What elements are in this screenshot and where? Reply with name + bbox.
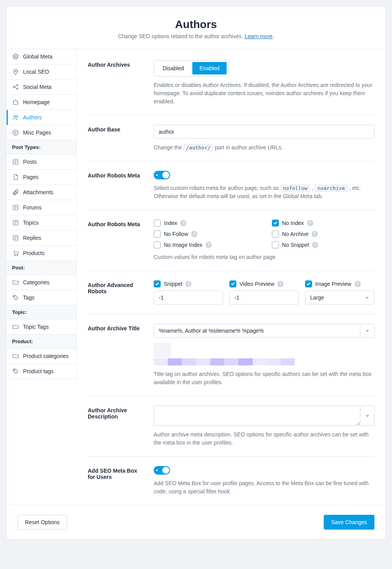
no-archive-checkbox[interactable]: [272, 230, 279, 238]
sidebar-heading: Post:: [7, 261, 76, 275]
sidebar-item-products[interactable]: Products: [7, 246, 76, 261]
svg-point-5: [14, 115, 16, 117]
robots-checks-desc: Custom values for robots meta tag on aut…: [154, 253, 374, 261]
help-icon[interactable]: ?: [185, 281, 192, 287]
sidebar-item-label: Categories: [23, 279, 50, 285]
archive-title-input[interactable]: [154, 324, 360, 338]
tag-icon: [12, 368, 19, 375]
folder-icon: [12, 353, 19, 360]
sidebar-item-authors[interactable]: Authors: [7, 110, 76, 125]
sidebar-item-pages[interactable]: Pages: [7, 170, 76, 185]
adv-robots-label: Author Advanced Robots: [88, 280, 144, 305]
sidebar-heading: Product:: [7, 335, 76, 349]
post-icon: [12, 219, 19, 226]
snippet-input[interactable]: [154, 291, 223, 305]
svg-point-1: [15, 71, 16, 72]
archives-enabled-button[interactable]: Enabled: [192, 62, 226, 74]
users-icon: [12, 114, 19, 121]
sidebar-item-local-seo[interactable]: Local SEO: [7, 64, 76, 80]
sidebar-item-tags[interactable]: Tags: [7, 290, 76, 305]
folder-icon: [12, 279, 19, 286]
no-image-index-checkbox[interactable]: [154, 241, 161, 248]
archives-disabled-button[interactable]: Disabled: [156, 62, 191, 74]
learn-more-link[interactable]: Learn more: [245, 33, 273, 39]
help-icon[interactable]: ?: [191, 231, 197, 237]
archive-desc-label: Author Archive Description: [88, 406, 144, 447]
archive-desc-input[interactable]: [154, 406, 360, 426]
svg-point-12: [14, 255, 15, 256]
page-subtitle: Change SEO options related to the author…: [118, 33, 245, 39]
sidebar-item-label: Tags: [23, 294, 35, 301]
sidebar-item-label: Homepage: [23, 99, 50, 105]
sidebar-item-product-categories[interactable]: Product categories: [7, 349, 76, 364]
sidebar-item-label: Topics: [23, 220, 39, 226]
sidebar-item-label: Topic Tags: [23, 324, 49, 330]
help-icon[interactable]: ?: [180, 220, 186, 226]
sidebar-item-topics[interactable]: Topics: [7, 215, 76, 230]
sidebar-item-global-meta[interactable]: Global Meta: [7, 49, 76, 64]
sidebar-item-label: Social Meta: [23, 84, 51, 90]
no-index-checkbox[interactable]: [272, 220, 279, 227]
archive-desc-dropdown[interactable]: [360, 406, 374, 426]
sidebar-item-homepage[interactable]: Homepage: [7, 95, 76, 110]
robots-checks-label: Author Robots Meta: [88, 220, 144, 261]
page-title: Authors: [16, 18, 376, 31]
sidebar-item-forums[interactable]: Forums: [7, 200, 76, 215]
svg-point-6: [16, 116, 18, 117]
sidebar-item-social-meta[interactable]: Social Meta: [7, 80, 76, 95]
clip-icon: [12, 189, 19, 196]
sidebar-item-misc-pages[interactable]: Misc Pages: [7, 125, 76, 140]
save-button[interactable]: Save Changes: [324, 515, 374, 530]
sidebar-item-label: Forums: [23, 204, 41, 211]
sidebar: Global MetaLocal SEOSocial MetaHomepageA…: [7, 49, 77, 379]
index-checkbox[interactable]: [154, 220, 161, 227]
chevron-down-icon: [365, 413, 370, 418]
sidebar-item-posts[interactable]: Posts: [7, 154, 76, 170]
archive-desc-desc: Author archive meta description. SEO opt…: [154, 431, 374, 447]
sidebar-item-replies[interactable]: Replies: [7, 230, 76, 246]
sidebar-item-product-tags[interactable]: Product tags: [7, 364, 76, 379]
sidebar-item-label: Authors: [23, 114, 42, 121]
help-icon[interactable]: ?: [312, 231, 318, 237]
archive-title-dropdown[interactable]: [360, 324, 374, 338]
sidebar-item-attachments[interactable]: Attachments: [7, 185, 76, 200]
svg-point-0: [15, 56, 17, 58]
seo-box-toggle[interactable]: [154, 466, 170, 475]
pin-icon: [12, 68, 19, 75]
image-preview-select[interactable]: Large: [305, 291, 374, 305]
sidebar-item-label: Misc Pages: [23, 129, 51, 136]
gear-icon: [12, 53, 19, 60]
sidebar-item-categories[interactable]: Categories: [7, 275, 76, 290]
author-base-input[interactable]: [154, 125, 374, 139]
title-preview: [154, 342, 374, 365]
snippet-checkbox[interactable]: [154, 280, 161, 287]
page-header: Authors Change SEO options related to th…: [7, 7, 385, 49]
tag-icon: [12, 294, 19, 301]
base-label: Author Base: [88, 125, 144, 152]
main-panel: Author Archives Disabled Enabled Enables…: [77, 49, 385, 505]
help-icon[interactable]: ?: [355, 281, 361, 287]
video-preview-input[interactable]: [229, 291, 299, 305]
sidebar-item-label: Products: [23, 250, 44, 256]
chevron-down-icon: [365, 295, 369, 300]
sidebar-item-label: Posts: [23, 159, 37, 165]
help-icon[interactable]: ?: [312, 242, 318, 248]
help-icon[interactable]: ?: [206, 242, 212, 248]
help-icon[interactable]: ?: [277, 281, 284, 287]
no-follow-checkbox[interactable]: [154, 230, 161, 238]
no-snippet-checkbox[interactable]: [272, 241, 279, 248]
image-preview-checkbox[interactable]: [305, 280, 312, 287]
robots-toggle-label: Author Robots Meta: [88, 171, 144, 200]
archives-label: Author Archives: [88, 60, 144, 106]
archive-title-desc: Title tag on author archives. SEO option…: [154, 370, 374, 386]
video-preview-checkbox[interactable]: [229, 280, 236, 287]
settings-card: Authors Change SEO options related to th…: [6, 6, 386, 539]
seo-box-label: Add SEO Meta Box for Users: [88, 466, 144, 496]
sidebar-item-label: Replies: [23, 235, 41, 241]
post-icon: [12, 204, 19, 211]
sidebar-item-topic-tags[interactable]: Topic Tags: [7, 319, 76, 335]
help-icon[interactable]: ?: [307, 220, 313, 226]
archive-title-label: Author Archive Title: [88, 324, 144, 386]
reset-button[interactable]: Reset Options: [18, 515, 67, 530]
robots-meta-toggle[interactable]: [154, 171, 170, 179]
